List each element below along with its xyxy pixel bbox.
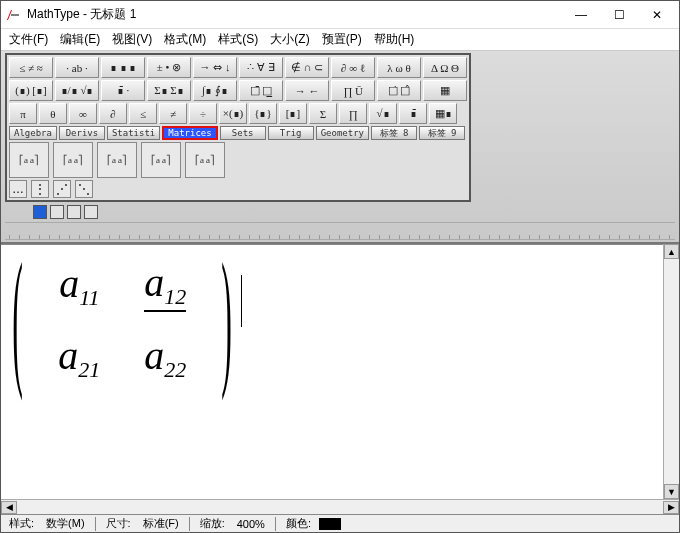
tool-button[interactable]: Δ Ω Θ	[423, 57, 467, 78]
tool-button[interactable]: ≤ ≠ ≈	[9, 57, 53, 78]
menu-prefs[interactable]: 预置(P)	[322, 31, 362, 48]
mini-tool-selected[interactable]	[33, 205, 47, 219]
cell-22[interactable]: a22	[122, 322, 208, 393]
mini-tool-2[interactable]	[50, 205, 64, 219]
scroll-right-icon[interactable]: ▶	[663, 501, 679, 514]
tool-button[interactable]: → ←	[285, 80, 329, 101]
status-style-value[interactable]: 数学(M)	[42, 516, 89, 531]
tool-button[interactable]: ▦	[423, 80, 467, 101]
status-zoom-value[interactable]: 400%	[233, 518, 269, 530]
palette-ellipsis[interactable]: ⋱	[75, 180, 93, 198]
tab-derivs[interactable]: Derivs	[59, 126, 105, 140]
tab-matrices[interactable]: Matrices	[162, 126, 217, 140]
vertical-scrollbar[interactable]: ▲ ▼	[663, 244, 679, 499]
tool-button[interactable]: ∎̄ ·	[101, 80, 145, 101]
tool-button[interactable]: ∎̄	[399, 103, 427, 124]
window-controls: — ☐ ✕	[563, 4, 675, 26]
scroll-down-icon[interactable]: ▼	[664, 484, 679, 499]
tool-button[interactable]: ∎ ∎ ∎	[101, 57, 145, 78]
status-zoom-label: 缩放:	[196, 516, 229, 531]
tool-button[interactable]: ± • ⊗	[147, 57, 191, 78]
tab-statisti[interactable]: Statisti	[107, 126, 160, 140]
matrix-body: a11 a12 a21 a2	[36, 249, 208, 393]
close-button[interactable]: ✕	[639, 4, 675, 26]
tool-button[interactable]: → ⇔ ↓	[193, 57, 237, 78]
tab-trig[interactable]: Trig	[268, 126, 314, 140]
titlebar: MathType - 无标题 1 — ☐ ✕	[1, 1, 679, 29]
tool-button[interactable]: · ab ·	[55, 57, 99, 78]
tab-geometry[interactable]: Geometry	[316, 126, 369, 140]
app-window: MathType - 无标题 1 — ☐ ✕ 文件(F) 编辑(E) 视图(V)…	[0, 0, 680, 533]
cell-21[interactable]: a21	[36, 322, 122, 393]
tab-row: AlgebraDerivsStatistiMatricesSetsTrigGeo…	[9, 126, 467, 140]
tool-button[interactable]: {∎}	[249, 103, 277, 124]
tab-标签 9[interactable]: 标签 9	[419, 126, 465, 140]
cell-12[interactable]: a12	[122, 249, 208, 322]
tab-algebra[interactable]: Algebra	[9, 126, 57, 140]
tool-button[interactable]: ∞	[69, 103, 97, 124]
right-paren-icon: )	[222, 244, 233, 406]
minimize-button[interactable]: —	[563, 4, 599, 26]
horizontal-ruler[interactable]	[5, 222, 675, 240]
toolbar-zone: ≤ ≠ ≈· ab ·∎ ∎ ∎± • ⊗→ ⇔ ↓∴ ∀ ∃∉ ∩ ⊂∂ ∞ …	[1, 51, 679, 244]
palette-matrix[interactable]: ⎡a a⎤	[9, 142, 49, 178]
cell-11[interactable]: a11	[36, 249, 122, 322]
tool-button[interactable]: ∴ ∀ ∃	[239, 57, 283, 78]
menu-view[interactable]: 视图(V)	[112, 31, 152, 48]
tool-button[interactable]: ∉ ∩ ⊂	[285, 57, 329, 78]
tool-button[interactable]: ≤	[129, 103, 157, 124]
menu-file[interactable]: 文件(F)	[9, 31, 48, 48]
menu-size[interactable]: 大小(Z)	[270, 31, 309, 48]
tool-button[interactable]: (∎) [∎]	[9, 80, 53, 101]
tool-button[interactable]: ×(∎)	[219, 103, 247, 124]
mini-tool-row	[5, 205, 675, 219]
tool-button[interactable]: ▦∎	[429, 103, 457, 124]
tool-button[interactable]: π	[9, 103, 37, 124]
tool-button[interactable]: ∏	[339, 103, 367, 124]
matrix-expression[interactable]: ( a11 a12	[9, 249, 236, 393]
palette-matrix[interactable]: ⎡a a⎤	[97, 142, 137, 178]
tab-sets[interactable]: Sets	[220, 126, 266, 140]
palette-row-2: …⋮⋰⋱	[9, 180, 467, 198]
tool-button[interactable]: □̄ □̲	[239, 80, 283, 101]
editor-wrap: ( a11 a12	[1, 244, 679, 499]
menu-style[interactable]: 样式(S)	[218, 31, 258, 48]
tool-button[interactable]: √∎	[369, 103, 397, 124]
editor[interactable]: ( a11 a12	[1, 244, 663, 499]
status-size-value[interactable]: 标准(F)	[139, 516, 183, 531]
tool-button[interactable]: ∂	[99, 103, 127, 124]
scroll-up-icon[interactable]: ▲	[664, 244, 679, 259]
tool-button[interactable]: Σ∎ Σ∎	[147, 80, 191, 101]
palette-matrix[interactable]: ⎡a a⎤	[53, 142, 93, 178]
palette-matrix[interactable]: ⎡a a⎤	[141, 142, 181, 178]
tool-button[interactable]: Σ	[309, 103, 337, 124]
statusbar: 样式: 数学(M) 尺寸: 标准(F) 缩放: 400% 颜色:	[1, 514, 679, 532]
menu-format[interactable]: 格式(M)	[164, 31, 206, 48]
status-color-swatch[interactable]	[319, 518, 341, 530]
tool-button[interactable]: λ ω θ	[377, 57, 421, 78]
tool-button[interactable]: ÷	[189, 103, 217, 124]
mini-tool-4[interactable]	[84, 205, 98, 219]
toolbar-panel: ≤ ≠ ≈· ab ·∎ ∎ ∎± • ⊗→ ⇔ ↓∴ ∀ ∃∉ ∩ ⊂∂ ∞ …	[5, 53, 471, 202]
scroll-left-icon[interactable]: ◀	[1, 501, 17, 514]
palette-ellipsis[interactable]: ⋮	[31, 180, 49, 198]
menu-help[interactable]: 帮助(H)	[374, 31, 415, 48]
tool-button[interactable]: ≠	[159, 103, 187, 124]
palette-matrix[interactable]: ⎡a a⎤	[185, 142, 225, 178]
tool-button[interactable]: □̇ □̂	[377, 80, 421, 101]
tool-button[interactable]: ∫∎ ∮∎	[193, 80, 237, 101]
tool-button[interactable]: [∎]	[279, 103, 307, 124]
title-text: MathType - 无标题 1	[27, 6, 563, 23]
horizontal-scrollbar[interactable]: ◀ ▶	[1, 499, 679, 514]
maximize-button[interactable]: ☐	[601, 4, 637, 26]
tool-button[interactable]: θ	[39, 103, 67, 124]
tab-标签 8[interactable]: 标签 8	[371, 126, 417, 140]
toolbar-row-2: (∎) [∎]∎/∎ √∎∎̄ ·Σ∎ Σ∎∫∎ ∮∎□̄ □̲→ ←∏ Ū□̇…	[9, 80, 467, 101]
palette-ellipsis[interactable]: ⋰	[53, 180, 71, 198]
palette-ellipsis[interactable]: …	[9, 180, 27, 198]
menu-edit[interactable]: 编辑(E)	[60, 31, 100, 48]
tool-button[interactable]: ∎/∎ √∎	[55, 80, 99, 101]
tool-button[interactable]: ∂ ∞ ℓ	[331, 57, 375, 78]
tool-button[interactable]: ∏ Ū	[331, 80, 375, 101]
mini-tool-3[interactable]	[67, 205, 81, 219]
